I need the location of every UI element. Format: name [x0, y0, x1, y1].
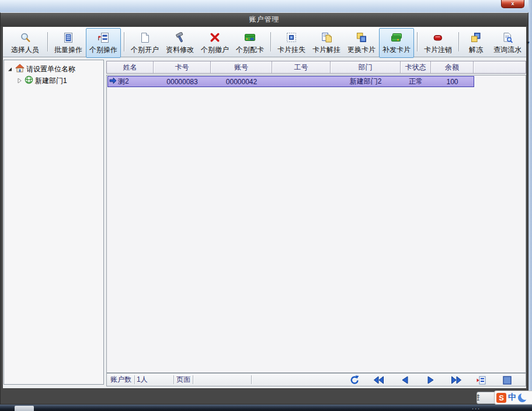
window-title: 账户管理 [249, 15, 280, 23]
toolbar-overflow-icon[interactable]: ▾ [527, 40, 530, 57]
doc-flag-icon [98, 32, 109, 43]
toolbar-button-label: 个别开户 [131, 45, 159, 55]
green-cards-icon [391, 32, 402, 43]
tree-item-label: 请设置单位名称 [26, 64, 75, 74]
toolbar-button-reissue-card[interactable]: 补发卡片 [379, 28, 414, 58]
toolbar-button-label: 更换卡片 [347, 45, 375, 55]
toolbar-button-label: 查询流水 [493, 45, 521, 55]
column-header-department[interactable]: 部门 [331, 61, 401, 73]
column-header-card-no[interactable]: 卡号 [154, 61, 211, 73]
table-header: 姓名卡号账号工号部门卡状态余额 [106, 61, 526, 74]
current-record-arrow-icon [109, 77, 117, 86]
status-bar: 账户数 1人 页面 [106, 373, 526, 386]
account-management-window: 账户管理 选择人员批量操作个别操作个别开户资料修改个别撤户个别配卡卡片挂失卡片解… [0, 12, 528, 405]
status-separator [173, 375, 174, 384]
prev-page-icon[interactable] [399, 375, 411, 385]
window-content: 选择人员批量操作个别操作个别开户资料修改个别撤户个别配卡卡片挂失卡片解挂更换卡片… [3, 27, 526, 388]
ime-partial-label: 进 [477, 392, 480, 403]
cell-card-no: 00000083 [154, 77, 211, 87]
ime-partial-button[interactable]: 进 [477, 392, 496, 404]
title-bar: 账户管理 [1, 13, 528, 26]
toolbar-button-replace-card[interactable]: 更换卡片 [344, 28, 379, 58]
hammer-icon [175, 32, 186, 43]
toolbar-button-label: 个别配卡 [236, 45, 264, 55]
goto-record-icon[interactable] [475, 375, 487, 385]
tree-item-label: 新建部门1 [35, 76, 67, 86]
cell-employee-no [272, 77, 331, 87]
stop-icon[interactable] [501, 375, 513, 385]
cell-balance: 100 [431, 77, 474, 87]
toolbar-separator [124, 32, 124, 51]
toolbar: 选择人员批量操作个别操作个别开户资料修改个别撤户个别配卡卡片挂失卡片解挂更换卡片… [3, 27, 526, 57]
red-pill-icon [433, 32, 443, 43]
close-button[interactable]: x [501, 0, 524, 8]
next-page-icon[interactable] [425, 375, 436, 385]
column-header-balance[interactable]: 余额 [431, 61, 474, 73]
taskbar-item[interactable] [15, 406, 34, 411]
toolbar-button-label: 选择人员 [11, 45, 39, 55]
cell-department: 新建部门2 [331, 77, 401, 87]
toolbar-button-card-cancel-loss[interactable]: 卡片解挂 [309, 28, 344, 58]
cell-card-status: 正常 [401, 77, 431, 87]
toolbar-button-label: 批量操作 [54, 45, 82, 55]
toolbar-separator [417, 32, 418, 51]
swap-squares-icon [356, 32, 367, 43]
toolbar-button-label: 卡片挂失 [277, 45, 305, 55]
cell-account-no: 00000042 [211, 77, 272, 87]
toolbar-button-individual-operation[interactable]: 个别操作 [86, 28, 121, 58]
first-page-icon[interactable] [373, 375, 384, 385]
batch-doc-icon [63, 32, 74, 43]
toolbar-button-batch-operation[interactable]: 批量操作 [51, 28, 86, 58]
toolbar-button-label: 个别操作 [89, 45, 117, 55]
column-header-account-no[interactable]: 账号 [211, 61, 272, 73]
last-page-icon[interactable] [450, 375, 462, 385]
table-row-selected[interactable]: 测20000008300000042新建部门2正常100 [107, 76, 474, 87]
tree-item-department[interactable]: 新建部门1 [4, 75, 103, 87]
toolbar-button-label: 个别撤户 [201, 45, 229, 55]
column-header-name[interactable]: 姓名 [107, 61, 154, 73]
column-header-filler [474, 61, 526, 73]
toolbar-button-label: 卡片注销 [424, 45, 452, 55]
ime-chinese-mode[interactable]: 中 [508, 392, 516, 403]
refresh-icon[interactable] [349, 375, 360, 385]
background-window-right-edge [528, 0, 532, 405]
cell-name: 测2 [108, 77, 154, 87]
account-count-value: 1人 [137, 374, 158, 386]
sogou-logo-icon[interactable]: S [496, 393, 506, 403]
column-header-card-status[interactable]: 卡状态 [401, 61, 431, 73]
org-tree-panel: 请设置单位名称 新建部门1 [4, 60, 104, 385]
red-x-icon [210, 32, 220, 43]
tree-expanded-icon[interactable] [7, 66, 13, 72]
toolbar-button-query-transactions[interactable]: 查询流水 [490, 28, 525, 58]
toolbar-separator [458, 32, 459, 51]
ime-toolbar: S 中 [494, 391, 532, 405]
magnifier-icon [20, 32, 31, 43]
column-header-employee-no[interactable]: 工号 [272, 61, 331, 73]
home-icon [15, 64, 25, 74]
moon-icon[interactable] [518, 393, 527, 402]
pages-icon [321, 32, 332, 43]
cell-name-text: 测2 [118, 77, 129, 87]
toolbar-button-individual-close-account[interactable]: 个别撤户 [197, 28, 232, 58]
toolbar-button-individual-assign-card[interactable]: 个别配卡 [232, 28, 267, 58]
taskbar [0, 405, 532, 411]
unfreeze-squares-icon [471, 32, 481, 43]
toolbar-separator [47, 32, 48, 51]
toolbar-button-label: 补发卡片 [383, 45, 411, 55]
toolbar-separator [270, 32, 271, 51]
toolbar-button-card-report-loss[interactable]: 卡片挂失 [274, 28, 309, 58]
toolbar-button-unfreeze[interactable]: 解冻 [462, 28, 490, 58]
table-body: 测20000008300000042新建部门2正常100 [106, 75, 526, 373]
tree-item-company[interactable]: 请设置单位名称 [4, 63, 103, 75]
green-card-icon [244, 32, 256, 43]
toolbar-button-select-personnel[interactable]: 选择人员 [6, 28, 44, 58]
toolbar-button-modify-info[interactable]: 资料修改 [162, 28, 197, 58]
toolbar-button-individual-open-account[interactable]: 个别开户 [127, 28, 162, 58]
account-count-label: 账户数 [108, 374, 134, 386]
page-search-icon [502, 32, 513, 43]
status-separator [193, 375, 193, 384]
toolbar-button-label: 解冻 [469, 45, 483, 55]
screen: x 账户管理 选择人员批量操作个别操作个别开户资料修改个别撤户个别配卡卡片挂失卡… [0, 0, 532, 411]
tree-collapsed-icon[interactable] [16, 78, 23, 84]
toolbar-button-cancel-card[interactable]: 卡片注销 [420, 28, 455, 58]
